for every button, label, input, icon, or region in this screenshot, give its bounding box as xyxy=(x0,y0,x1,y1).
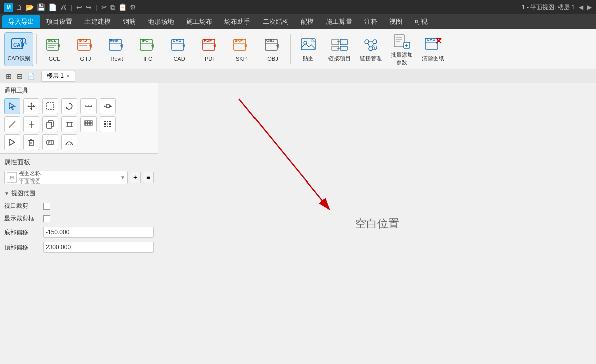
svg-rect-110 xyxy=(109,126,111,127)
ifc-button[interactable]: IFC IFC xyxy=(133,32,162,66)
svg-rect-113 xyxy=(29,140,33,146)
print-icon[interactable]: 🖨 xyxy=(60,3,67,11)
saveas-icon[interactable]: 📄 xyxy=(48,3,57,11)
bottom-offset-input[interactable]: -150.000 xyxy=(43,227,154,238)
redo-icon[interactable]: ↪ xyxy=(86,3,92,11)
paste-icon[interactable]: 📋 xyxy=(118,3,127,11)
doc-icon[interactable]: 📄 xyxy=(26,72,35,81)
title-bar-left: M 🗋 📂 💾 📄 🖨 | ↩ ↪ | ✂ ⧉ 📋 ⚙ xyxy=(4,3,136,12)
open-icon[interactable]: 📂 xyxy=(25,3,34,11)
pdf-button[interactable]: PDF PDF xyxy=(196,32,225,66)
paste-img-button[interactable]: 贴图 xyxy=(294,32,323,66)
left-panel: 通用工具 xyxy=(0,83,158,364)
props-add-button[interactable]: + xyxy=(130,172,141,183)
menu-import-export[interactable]: 导入导出 xyxy=(2,15,40,28)
stretch-tool[interactable] xyxy=(100,98,116,114)
svg-marker-111 xyxy=(10,139,15,145)
svg-rect-91 xyxy=(67,122,71,126)
tab-floor1-close[interactable]: ✕ xyxy=(66,73,70,79)
show-crop-checkbox[interactable] xyxy=(43,215,50,222)
rotate-tool[interactable] xyxy=(61,98,77,114)
gtj-label: GTJ xyxy=(80,56,91,62)
svg-rect-98 xyxy=(90,121,92,123)
menu-annotation[interactable]: 注释 xyxy=(358,15,383,28)
menu-construction-layout[interactable]: 施工场布 xyxy=(180,15,218,28)
menu-visual[interactable]: 可视 xyxy=(408,15,434,28)
view-list-icon[interactable]: ⊟ xyxy=(15,72,24,81)
link-project-button[interactable]: 链接项目 xyxy=(325,32,354,66)
view-range-section[interactable]: ▼ 视图范围 xyxy=(4,189,154,198)
height-tool[interactable] xyxy=(23,116,39,132)
props-filter-button[interactable]: ≡ xyxy=(143,172,154,183)
save-icon[interactable]: 💾 xyxy=(37,3,45,11)
canvas-area: 空白位置 xyxy=(158,83,596,364)
measure-tool[interactable] xyxy=(80,98,97,114)
frame-select-tool[interactable] xyxy=(42,98,58,114)
delete-tool[interactable] xyxy=(23,134,39,150)
svg-marker-69 xyxy=(30,102,32,104)
pdf-icon: PDF xyxy=(201,37,219,55)
menu-view[interactable]: 视图 xyxy=(383,15,408,28)
svg-marker-83 xyxy=(110,105,112,107)
show-crop-row: 显示裁剪框 xyxy=(4,214,154,223)
separator1: | xyxy=(71,4,72,11)
view-title: 1 - 平面视图: 楼层 1 xyxy=(522,3,575,12)
copy-tool[interactable] xyxy=(42,116,58,132)
revit-button[interactable]: Revit Revit xyxy=(102,32,131,66)
array-tool[interactable] xyxy=(80,116,97,132)
ifc-icon: IFC xyxy=(139,37,157,55)
toolbar: CAD CAD识别 GCL GCL GTJ xyxy=(0,29,596,69)
resize-tool[interactable] xyxy=(61,116,77,132)
title-nav-next[interactable]: ▶ xyxy=(587,4,592,11)
svg-rect-100 xyxy=(88,123,90,125)
title-nav-prev[interactable]: ◀ xyxy=(579,4,583,11)
grid-array-tool[interactable] xyxy=(100,116,116,132)
new-icon[interactable]: 🗋 xyxy=(15,3,22,11)
gcl-button[interactable]: GCL GCL xyxy=(40,32,69,66)
menu-project-settings[interactable]: 项目设置 xyxy=(40,15,78,28)
batch-params-button[interactable]: 批量添加参数 xyxy=(387,32,416,66)
menu-rebar[interactable]: 钢筋 xyxy=(117,15,142,28)
batch-params-label: 批量添加参数 xyxy=(388,51,415,66)
link-manage-label: 链接管理 xyxy=(360,55,382,62)
viewport-crop-checkbox[interactable] xyxy=(43,203,50,210)
options-icon[interactable]: ⚙ xyxy=(130,3,136,11)
gtj-button[interactable]: GTJ GTJ xyxy=(71,32,100,66)
cad-identify-button[interactable]: CAD CAD识别 xyxy=(4,32,33,66)
menu-layout-helper[interactable]: 场布助手 xyxy=(218,15,257,28)
view-dropdown-arrow[interactable]: ▼ xyxy=(120,175,125,180)
tools-grid xyxy=(4,98,154,150)
view-thumb-icon: ⊟ xyxy=(7,172,17,183)
top-offset-input[interactable]: 2300.000 xyxy=(43,242,154,253)
arch-tool[interactable] xyxy=(61,134,77,150)
pencil-tool[interactable] xyxy=(4,116,20,132)
menu-formwork[interactable]: 配模 xyxy=(295,15,320,28)
menu-secondary-structure[interactable]: 二次结构 xyxy=(257,15,295,28)
obj-button[interactable]: OBJ OBJ xyxy=(258,32,287,66)
view-grid-icon[interactable]: ⊞ xyxy=(4,72,13,81)
menu-civil-model[interactable]: 土建建模 xyxy=(78,15,117,28)
ifc-label: IFC xyxy=(143,56,152,62)
tape-tool[interactable] xyxy=(42,134,58,150)
link-manage-button[interactable]: ⚙ 链接管理 xyxy=(356,32,385,66)
menu-construction-calc[interactable]: 施工算量 xyxy=(320,15,358,28)
clear-cad-button[interactable]: CAD 清除图纸 xyxy=(418,32,448,66)
cut-icon[interactable]: ✂ xyxy=(101,3,107,11)
viewport-crop-label: 视口裁剪 xyxy=(4,202,39,210)
cad-identify-label: CAD识别 xyxy=(7,55,30,62)
menu-terrain[interactable]: 地形场地 xyxy=(142,15,180,28)
svg-rect-99 xyxy=(85,123,87,125)
tools-panel: 通用工具 xyxy=(0,83,158,154)
svg-rect-13 xyxy=(79,45,87,46)
skp-button[interactable]: SKP SKP xyxy=(227,32,256,66)
move-tool[interactable] xyxy=(23,98,39,114)
undo-icon[interactable]: ↩ xyxy=(76,3,82,11)
pointer-tool[interactable] xyxy=(4,98,20,114)
batch-params-icon xyxy=(393,32,411,50)
svg-rect-105 xyxy=(104,123,106,125)
cad-button[interactable]: CAD CAD xyxy=(164,32,194,66)
svg-point-46 xyxy=(365,40,369,44)
copy-icon[interactable]: ⧉ xyxy=(110,3,115,12)
play-tool[interactable] xyxy=(4,134,20,150)
tab-floor1[interactable]: 楼层 1 ✕ xyxy=(41,71,75,82)
